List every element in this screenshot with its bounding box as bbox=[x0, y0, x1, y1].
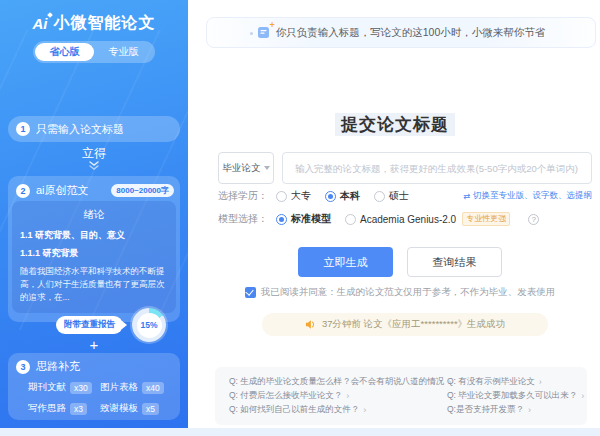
resource-label: 致谢模板 bbox=[100, 402, 138, 415]
notice-text: 37分钟前 论文《应用工**********》生成成功 bbox=[322, 318, 505, 331]
paper-preview: 绪论 1.1 研究背景、目的、意义 1.1.1 研究背景 随着我国经济水平和科学… bbox=[12, 201, 176, 313]
switch-icon: ⇄ bbox=[463, 191, 470, 201]
chevron-right-icon: › bbox=[581, 391, 584, 401]
faq-column-left: Q: 生成的毕业论文质量怎么样？会不会有胡说八道的情况 › Q: 付费后怎么接收… bbox=[229, 376, 447, 416]
step2-number: 2 bbox=[16, 184, 30, 198]
resource-thanks-template: 致谢模板 x5 bbox=[100, 402, 172, 415]
chevron-right-icon: › bbox=[363, 405, 366, 415]
model-row: 模型选择： 标准模型 Academia Genius-2.0 专业性更强 ? bbox=[218, 212, 592, 226]
agreement-row: 我已阅读并同意：生成的论文范文仅用于参考，不作为毕业、发表使用 bbox=[190, 286, 600, 299]
resource-label: 图片表格 bbox=[100, 381, 138, 394]
faq-question[interactable]: Q: 付费后怎么接收毕业论文？ › bbox=[229, 390, 447, 402]
faq-question[interactable]: Q: 生成的毕业论文质量怎么样？会不会有胡说八道的情况 › bbox=[229, 376, 447, 388]
resources-grid: 期刊文献 x30 图片表格 x40 写作思路 x3 致谢模板 x5 bbox=[16, 381, 172, 415]
radio-icon bbox=[276, 191, 287, 202]
preview-heading: 绪论 bbox=[20, 208, 168, 222]
radio-option-shuoshi[interactable]: 硕士 bbox=[374, 189, 409, 203]
preview-outline-2: 1.1.1 研究背景 bbox=[20, 247, 168, 260]
faq-column-right: Q: 有没有示例毕业论文 › Q: 毕业论文要加载多久可以出来？ › Q:是否支… bbox=[447, 376, 584, 416]
chevron-down-icon bbox=[88, 161, 100, 171]
help-icon[interactable]: ? bbox=[528, 214, 539, 225]
resource-label: 期刊文献 bbox=[28, 381, 66, 394]
plagiarism-report-button[interactable]: 附带查重报告 bbox=[56, 316, 123, 334]
title-form: 毕业论文 bbox=[218, 152, 592, 184]
step1-number: 1 bbox=[16, 122, 30, 136]
generation-notice: 37分钟前 论文《应用工**********》生成成功 bbox=[262, 313, 548, 336]
agreement-checkbox[interactable] bbox=[245, 287, 256, 298]
logo-text: 小微智能论文 bbox=[54, 13, 156, 34]
radio-option-benke[interactable]: 本科 bbox=[325, 189, 360, 203]
resource-count-badge: x3 bbox=[70, 403, 87, 415]
step3-number: 3 bbox=[16, 360, 30, 374]
radio-icon bbox=[374, 191, 385, 202]
chevron-right-icon: › bbox=[539, 377, 542, 387]
word-count-badge: 8000~20000字 bbox=[111, 184, 174, 197]
query-result-button[interactable]: 查询结果 bbox=[407, 247, 502, 277]
step3-label: 思路补充 bbox=[36, 359, 80, 374]
speaker-icon bbox=[305, 319, 316, 330]
caret-down-icon bbox=[264, 166, 270, 170]
education-row: 选择学历： 大专 本科 硕士 ⇄ 切换至专业版、设字数、选提纲 bbox=[218, 189, 592, 203]
sparkle-icon: + bbox=[269, 20, 274, 30]
step2-label: ai原创范文 bbox=[36, 183, 89, 198]
sidebar: Ai 小微智能论文 省心版 专业版 1 只需输入论文标题 立得 2 ai原创范文… bbox=[0, 0, 188, 428]
faq-panel: Q: 生成的毕业论文质量怎么样？会不会有胡说八道的情况 › Q: 付费后怎么接收… bbox=[215, 367, 587, 425]
faq-question[interactable]: Q: 有没有示例毕业论文 › bbox=[447, 376, 584, 388]
logo: Ai 小微智能论文 bbox=[0, 13, 188, 34]
chevron-right-icon: › bbox=[528, 405, 531, 415]
faq-question[interactable]: Q: 毕业论文要加载多久可以出来？ › bbox=[447, 390, 584, 402]
model-label: 模型选择： bbox=[218, 212, 268, 226]
banner-text: 你只负责输入标题，写论文的这100小时，小微来帮你节省 bbox=[276, 26, 546, 40]
step2-header: 2 ai原创范文 8000~20000字 bbox=[12, 180, 176, 201]
preview-outline-1: 1.1 研究背景、目的、意义 bbox=[20, 229, 168, 242]
resource-journal-refs: 期刊文献 x30 bbox=[28, 381, 100, 394]
app-window: Ai 小微智能论文 省心版 专业版 1 只需输入论文标题 立得 2 ai原创范文… bbox=[0, 0, 600, 436]
document-sparkle-icon: + bbox=[257, 26, 270, 39]
step3-card: 3 思路补充 期刊文献 x30 图片表格 x40 写作思路 x3 致谢模板 bbox=[8, 353, 180, 420]
dot-icon bbox=[250, 32, 253, 35]
radio-option-academia-genius[interactable]: Academia Genius-2.0 专业性更强 bbox=[345, 212, 510, 226]
plus-icon: + bbox=[0, 336, 188, 353]
faq-question[interactable]: Q:是否支持开发票？ › bbox=[447, 404, 584, 416]
promo-banner: + 你只负责输入标题，写论文的这100小时，小微来帮你节省 bbox=[206, 17, 596, 48]
resource-count-badge: x30 bbox=[70, 382, 92, 394]
footer-strip bbox=[0, 428, 600, 436]
agreement-text: 我已阅读并同意：生成的论文范文仅用于参考，不作为毕业、发表使用 bbox=[261, 286, 556, 299]
instant-get-label: 立得 bbox=[0, 145, 188, 162]
plagiarism-percent: 15% bbox=[137, 313, 162, 338]
model-badge: 专业性更强 bbox=[462, 212, 510, 226]
tab-professional-version[interactable]: 专业版 bbox=[94, 43, 153, 61]
step3-header: 3 思路补充 bbox=[16, 359, 172, 374]
resource-count-badge: x5 bbox=[142, 403, 159, 415]
paper-type-value: 毕业论文 bbox=[223, 162, 261, 175]
resource-count-badge: x40 bbox=[142, 382, 164, 394]
radio-icon bbox=[345, 214, 356, 225]
step1-label: 只需输入论文标题 bbox=[36, 122, 124, 137]
chevron-right-icon: › bbox=[346, 391, 349, 401]
preview-paragraph: 随着我国经济水平和科学技术的不断提高，人们对于生活质量也有了更高层次的追求，在.… bbox=[20, 265, 168, 303]
switch-to-pro-link[interactable]: ⇄ 切换至专业版、设字数、选提纲 bbox=[463, 190, 592, 202]
generate-button[interactable]: 立即生成 bbox=[298, 247, 393, 277]
action-buttons: 立即生成 查询结果 bbox=[190, 247, 600, 277]
page-title: 提交论文标题 bbox=[190, 113, 600, 136]
radio-icon bbox=[276, 214, 287, 225]
paper-title-input[interactable] bbox=[282, 152, 592, 184]
faq-question[interactable]: Q: 如何找到自己以前生成的文件？ › bbox=[229, 404, 447, 416]
radio-icon bbox=[325, 191, 336, 202]
logo-icon: Ai bbox=[33, 15, 48, 32]
resource-label: 写作思路 bbox=[28, 402, 66, 415]
paper-type-select[interactable]: 毕业论文 bbox=[218, 152, 274, 184]
radio-option-standard-model[interactable]: 标准模型 bbox=[276, 212, 331, 226]
resource-images-tables: 图片表格 x40 bbox=[100, 381, 172, 394]
tab-worry-free-version[interactable]: 省心版 bbox=[35, 43, 94, 61]
resource-writing-ideas: 写作思路 x3 bbox=[28, 402, 100, 415]
radio-option-dazhuan[interactable]: 大专 bbox=[276, 189, 311, 203]
step2-card: 2 ai原创范文 8000~20000字 绪论 1.1 研究背景、目的、意义 1… bbox=[8, 176, 180, 322]
version-tabs: 省心版 专业版 bbox=[33, 41, 155, 63]
step1-bar: 1 只需输入论文标题 bbox=[8, 116, 180, 142]
education-label: 选择学历： bbox=[218, 189, 268, 203]
